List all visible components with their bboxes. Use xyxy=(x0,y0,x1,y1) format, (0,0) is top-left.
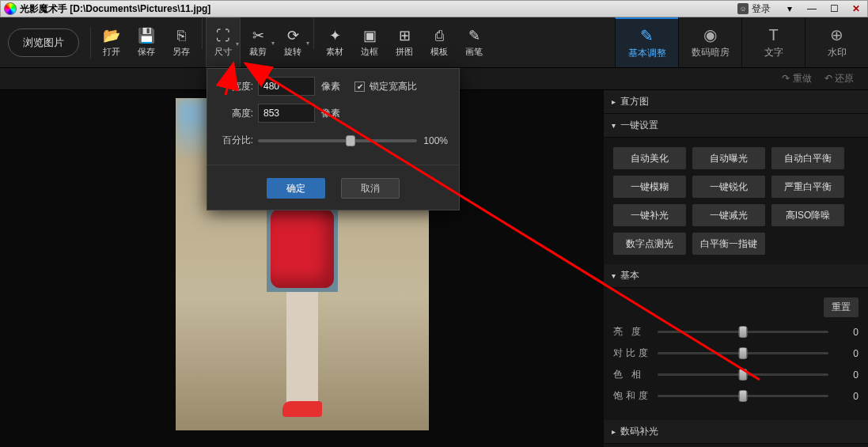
tab-基本调整[interactable]: ✎ 基本调整 xyxy=(615,17,678,67)
checkbox-checked-icon: ✔ xyxy=(354,81,365,92)
preset-button[interactable]: 白平衡一指键 xyxy=(692,233,765,255)
tool-旋转[interactable]: ⟳ 旋转▾ xyxy=(275,17,310,67)
height-input[interactable] xyxy=(258,104,315,123)
slider-label: 色 相 xyxy=(613,368,658,381)
slider-row: 色 相 0 xyxy=(613,368,859,381)
minimize-button[interactable]: — xyxy=(801,2,823,16)
dropdown-button[interactable]: ▾ xyxy=(779,2,801,16)
chevron-right-icon: ▸ xyxy=(612,427,616,436)
tool-icon: ⟳ xyxy=(287,27,299,44)
percent-slider[interactable] xyxy=(258,139,417,142)
width-unit[interactable]: 像素 xyxy=(321,80,340,93)
tool-icon: ✦ xyxy=(329,27,341,44)
slider-label: 对比度 xyxy=(613,347,658,360)
reset-button[interactable]: 重置 xyxy=(824,297,859,317)
tool-素材[interactable]: ✦ 素材 xyxy=(317,17,352,67)
right-panel: ▸ 直方图 ▾ 一键设置 自动美化自动曝光自动白平衡一键模糊一键锐化严重白平衡一… xyxy=(604,90,868,447)
lock-label: 锁定宽高比 xyxy=(370,80,417,93)
slider-value: 0 xyxy=(835,327,859,338)
slider-thumb[interactable] xyxy=(739,326,748,338)
tool-label: 保存 xyxy=(138,46,155,58)
section-presets[interactable]: ▾ 一键设置 xyxy=(604,114,868,138)
separator xyxy=(313,17,314,49)
slider-thumb[interactable] xyxy=(346,135,355,146)
tool-保存[interactable]: 💾 保存 xyxy=(129,17,164,67)
tool-拼图[interactable]: ⊞ 拼图 xyxy=(387,17,422,67)
resize-dialog: 宽度: 像素 ✔ 锁定宽高比 高度: 像素 百分比: 100% 确定 取消 xyxy=(207,68,460,210)
tab-icon: ✎ xyxy=(640,26,654,45)
lock-aspect-checkbox[interactable]: ✔ 锁定宽高比 xyxy=(354,80,417,93)
preset-button[interactable]: 自动白平衡 xyxy=(771,147,844,169)
slider-track[interactable] xyxy=(658,373,828,376)
window-title: 光影魔术手 [D:\Documents\Pictures\11.jpg] xyxy=(20,2,737,16)
width-input[interactable] xyxy=(258,77,315,96)
slider-label: 亮 度 xyxy=(613,325,658,339)
fill-light-label: 数码补光 xyxy=(620,425,658,438)
tool-裁剪[interactable]: ✂ 裁剪▾ xyxy=(241,17,275,67)
tool-label: 模板 xyxy=(430,46,448,58)
slider-track[interactable] xyxy=(658,331,828,333)
section-histogram[interactable]: ▸ 直方图 xyxy=(604,90,868,114)
tab-label: 基本调整 xyxy=(628,47,666,60)
preset-button[interactable]: 数字点测光 xyxy=(613,233,686,255)
cancel-button[interactable]: 取消 xyxy=(341,178,400,199)
tab-icon: T xyxy=(768,25,778,44)
restore-button[interactable]: ↶ 还原 xyxy=(824,72,854,85)
browse-images-button[interactable]: 浏览图片 xyxy=(8,28,79,57)
tool-icon: 💾 xyxy=(138,27,155,44)
main-toolbar: 浏览图片 📂 打开💾 保存⎘ 另存⛶ 尺寸▾✂ 裁剪▾⟳ 旋转▾✦ 素材▣ 边框… xyxy=(0,17,868,68)
slider-track[interactable] xyxy=(658,395,828,397)
preset-button[interactable]: 一键补光 xyxy=(613,204,686,226)
height-label: 高度: xyxy=(218,107,253,120)
close-button[interactable]: ✕ xyxy=(845,2,867,16)
slider-thumb[interactable] xyxy=(739,369,748,381)
chevron-down-icon: ▾ xyxy=(612,271,616,280)
width-label: 宽度: xyxy=(218,80,253,93)
tool-icon: ⊞ xyxy=(399,27,411,44)
slider-value: 0 xyxy=(835,369,859,381)
height-unit[interactable]: 像素 xyxy=(321,107,340,120)
preset-button[interactable]: 高ISO降噪 xyxy=(771,204,844,226)
tab-水印[interactable]: ⊕ 水印 xyxy=(805,17,868,67)
tool-label: 素材 xyxy=(326,46,343,58)
tool-icon: ✎ xyxy=(468,27,480,44)
redo-button[interactable]: ↷ 重做 xyxy=(782,72,811,85)
tool-模板[interactable]: ⎙ 模板 xyxy=(422,17,457,67)
tool-另存[interactable]: ⎘ 另存 xyxy=(164,17,199,67)
tab-icon: ◉ xyxy=(703,25,717,44)
login-button[interactable]: ☺ 登录 xyxy=(737,2,771,16)
login-label: 登录 xyxy=(752,2,771,16)
tab-label: 水印 xyxy=(828,46,847,59)
preset-button[interactable]: 一键锐化 xyxy=(692,176,765,198)
preset-button[interactable]: 自动曝光 xyxy=(692,147,765,169)
slider-row: 对比度 0 xyxy=(613,347,859,360)
section-fill-light[interactable]: ▸ 数码补光 xyxy=(604,420,868,444)
presets-body: 自动美化自动曝光自动白平衡一键模糊一键锐化严重白平衡一键补光一键减光高ISO降噪… xyxy=(604,138,868,264)
tool-icon: 📂 xyxy=(103,27,120,44)
ok-button[interactable]: 确定 xyxy=(267,178,325,199)
preset-button[interactable]: 自动美化 xyxy=(613,147,686,169)
tool-icon: ⎘ xyxy=(177,27,186,44)
slider-thumb[interactable] xyxy=(739,390,748,402)
tab-数码暗房[interactable]: ◉ 数码暗房 xyxy=(678,17,741,67)
tool-打开[interactable]: 📂 打开 xyxy=(94,17,129,67)
tool-画笔[interactable]: ✎ 画笔 xyxy=(457,17,491,67)
dropdown-icon: ▾ xyxy=(271,40,275,47)
tool-icon: ▣ xyxy=(363,27,377,44)
tool-label: 另存 xyxy=(172,46,190,58)
tab-icon: ⊕ xyxy=(830,25,843,44)
tool-尺寸[interactable]: ⛶ 尺寸▾ xyxy=(206,17,241,67)
preset-button[interactable]: 严重白平衡 xyxy=(771,176,844,198)
tool-label: 拼图 xyxy=(396,46,413,58)
tool-边框[interactable]: ▣ 边框 xyxy=(352,17,387,67)
maximize-button[interactable]: ☐ xyxy=(823,2,845,16)
preset-button[interactable]: 一键减光 xyxy=(692,204,765,226)
tab-文字[interactable]: T 文字 xyxy=(741,17,805,67)
slider-value: 0 xyxy=(835,391,859,402)
chevron-down-icon: ▾ xyxy=(612,121,616,130)
slider-thumb[interactable] xyxy=(739,347,748,359)
section-basic[interactable]: ▾ 基本 xyxy=(604,264,868,288)
preset-button[interactable]: 一键模糊 xyxy=(613,176,686,198)
slider-row: 亮 度 0 xyxy=(613,325,859,339)
slider-track[interactable] xyxy=(658,352,828,354)
